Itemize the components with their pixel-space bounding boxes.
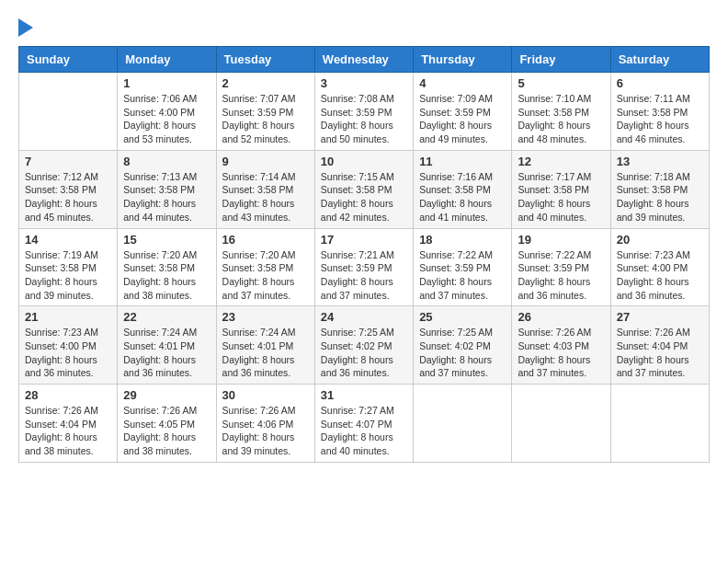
calendar-day-cell: 4Sunrise: 7:09 AMSunset: 3:59 PMDaylight… <box>414 73 512 151</box>
calendar-day-cell: 24Sunrise: 7:25 AMSunset: 4:02 PMDayligh… <box>314 306 413 385</box>
calendar-day-cell: 19Sunrise: 7:22 AMSunset: 3:59 PMDayligh… <box>512 228 610 306</box>
calendar-day-cell: 30Sunrise: 7:26 AMSunset: 4:06 PMDayligh… <box>216 385 314 463</box>
calendar-week-row: 1Sunrise: 7:06 AMSunset: 4:00 PMDaylight… <box>19 73 710 151</box>
day-number: 22 <box>123 310 210 324</box>
day-info: Sunrise: 7:09 AMSunset: 3:59 PMDaylight:… <box>419 92 506 146</box>
calendar-day-header: Thursday <box>414 47 512 73</box>
calendar-day-header: Monday <box>118 47 216 73</box>
day-number: 1 <box>123 76 210 90</box>
calendar-day-cell: 13Sunrise: 7:18 AMSunset: 3:58 PMDayligh… <box>610 150 709 228</box>
day-info: Sunrise: 7:19 AMSunset: 3:58 PMDaylight:… <box>25 248 111 303</box>
day-info: Sunrise: 7:27 AMSunset: 4:07 PMDaylight:… <box>321 404 407 458</box>
calendar-day-cell: 22Sunrise: 7:24 AMSunset: 4:01 PMDayligh… <box>118 306 216 385</box>
calendar-day-cell: 10Sunrise: 7:15 AMSunset: 3:58 PMDayligh… <box>314 150 413 228</box>
day-number: 11 <box>419 155 506 168</box>
day-number: 16 <box>222 233 309 247</box>
day-info: Sunrise: 7:22 AMSunset: 3:59 PMDaylight:… <box>419 248 506 303</box>
day-info: Sunrise: 7:25 AMSunset: 4:02 PMDaylight:… <box>321 326 407 380</box>
calendar-day-cell: 23Sunrise: 7:24 AMSunset: 4:01 PMDayligh… <box>216 306 314 385</box>
day-info: Sunrise: 7:23 AMSunset: 4:00 PMDaylight:… <box>25 326 111 380</box>
day-number: 13 <box>617 155 703 168</box>
day-number: 18 <box>419 233 506 247</box>
day-info: Sunrise: 7:26 AMSunset: 4:05 PMDaylight:… <box>123 404 210 458</box>
calendar-day-header: Wednesday <box>314 47 413 73</box>
calendar-day-cell: 26Sunrise: 7:26 AMSunset: 4:03 PMDayligh… <box>512 306 610 385</box>
calendar-day-cell: 25Sunrise: 7:25 AMSunset: 4:02 PMDayligh… <box>414 306 512 385</box>
calendar-day-cell: 16Sunrise: 7:20 AMSunset: 3:58 PMDayligh… <box>216 228 314 306</box>
calendar-day-cell: 12Sunrise: 7:17 AMSunset: 3:58 PMDayligh… <box>512 150 610 228</box>
day-number: 21 <box>25 310 111 324</box>
day-number: 27 <box>617 310 703 324</box>
day-number: 31 <box>321 388 407 402</box>
calendar-day-cell: 15Sunrise: 7:20 AMSunset: 3:58 PMDayligh… <box>118 228 216 306</box>
day-number: 28 <box>25 388 111 402</box>
day-info: Sunrise: 7:18 AMSunset: 3:58 PMDaylight:… <box>617 170 703 224</box>
calendar-day-cell: 9Sunrise: 7:14 AMSunset: 3:58 PMDaylight… <box>216 150 314 228</box>
day-number: 15 <box>123 233 210 247</box>
day-number: 14 <box>25 233 111 247</box>
day-number: 24 <box>321 310 407 324</box>
day-number: 5 <box>518 76 604 90</box>
calendar-day-cell <box>512 385 610 463</box>
calendar-day-cell: 3Sunrise: 7:08 AMSunset: 3:59 PMDaylight… <box>314 73 413 151</box>
calendar-day-header: Sunday <box>19 47 118 73</box>
day-info: Sunrise: 7:14 AMSunset: 3:58 PMDaylight:… <box>222 170 309 224</box>
day-number: 29 <box>123 388 210 402</box>
day-number: 9 <box>222 155 309 168</box>
calendar-week-row: 21Sunrise: 7:23 AMSunset: 4:00 PMDayligh… <box>19 306 710 385</box>
day-number: 23 <box>222 310 309 324</box>
day-number: 26 <box>518 310 604 324</box>
day-number: 30 <box>222 388 309 402</box>
day-info: Sunrise: 7:08 AMSunset: 3:59 PMDaylight:… <box>321 92 407 146</box>
day-info: Sunrise: 7:24 AMSunset: 4:01 PMDaylight:… <box>222 326 309 380</box>
calendar-week-row: 28Sunrise: 7:26 AMSunset: 4:04 PMDayligh… <box>19 385 710 463</box>
page-header <box>18 18 710 37</box>
day-info: Sunrise: 7:26 AMSunset: 4:03 PMDaylight:… <box>518 326 604 380</box>
day-number: 8 <box>123 155 210 168</box>
logo-arrow-icon <box>18 18 33 37</box>
day-number: 10 <box>321 155 407 168</box>
calendar-day-header: Saturday <box>610 47 709 73</box>
calendar-table: SundayMondayTuesdayWednesdayThursdayFrid… <box>18 46 710 463</box>
day-info: Sunrise: 7:25 AMSunset: 4:02 PMDaylight:… <box>419 326 506 380</box>
day-info: Sunrise: 7:26 AMSunset: 4:06 PMDaylight:… <box>222 404 309 458</box>
day-info: Sunrise: 7:21 AMSunset: 3:59 PMDaylight:… <box>321 248 407 303</box>
calendar-day-cell <box>610 385 709 463</box>
day-number: 4 <box>419 76 506 90</box>
day-number: 20 <box>617 233 703 247</box>
logo <box>18 18 37 37</box>
day-info: Sunrise: 7:23 AMSunset: 4:00 PMDaylight:… <box>617 248 703 303</box>
calendar-day-cell: 20Sunrise: 7:23 AMSunset: 4:00 PMDayligh… <box>610 228 709 306</box>
day-info: Sunrise: 7:16 AMSunset: 3:58 PMDaylight:… <box>419 170 506 224</box>
day-info: Sunrise: 7:26 AMSunset: 4:04 PMDaylight:… <box>25 404 111 458</box>
calendar-day-cell: 6Sunrise: 7:11 AMSunset: 3:58 PMDaylight… <box>610 73 709 151</box>
calendar-day-cell <box>19 73 118 151</box>
calendar-header-row: SundayMondayTuesdayWednesdayThursdayFrid… <box>19 47 710 73</box>
day-info: Sunrise: 7:26 AMSunset: 4:04 PMDaylight:… <box>617 326 703 380</box>
day-info: Sunrise: 7:24 AMSunset: 4:01 PMDaylight:… <box>123 326 210 380</box>
day-info: Sunrise: 7:17 AMSunset: 3:58 PMDaylight:… <box>518 170 604 224</box>
day-info: Sunrise: 7:06 AMSunset: 4:00 PMDaylight:… <box>123 92 210 146</box>
day-info: Sunrise: 7:22 AMSunset: 3:59 PMDaylight:… <box>518 248 604 303</box>
day-number: 12 <box>518 155 604 168</box>
calendar-day-cell: 28Sunrise: 7:26 AMSunset: 4:04 PMDayligh… <box>19 385 118 463</box>
calendar-day-cell: 11Sunrise: 7:16 AMSunset: 3:58 PMDayligh… <box>414 150 512 228</box>
calendar-day-cell: 1Sunrise: 7:06 AMSunset: 4:00 PMDaylight… <box>118 73 216 151</box>
calendar-week-row: 7Sunrise: 7:12 AMSunset: 3:58 PMDaylight… <box>19 150 710 228</box>
day-number: 7 <box>25 155 111 168</box>
calendar-day-cell: 29Sunrise: 7:26 AMSunset: 4:05 PMDayligh… <box>118 385 216 463</box>
calendar-day-header: Friday <box>512 47 610 73</box>
day-number: 3 <box>321 76 407 90</box>
calendar-day-cell: 18Sunrise: 7:22 AMSunset: 3:59 PMDayligh… <box>414 228 512 306</box>
calendar-day-cell: 5Sunrise: 7:10 AMSunset: 3:58 PMDaylight… <box>512 73 610 151</box>
day-info: Sunrise: 7:10 AMSunset: 3:58 PMDaylight:… <box>518 92 604 146</box>
day-info: Sunrise: 7:20 AMSunset: 3:58 PMDaylight:… <box>123 248 210 303</box>
day-number: 19 <box>518 233 604 247</box>
day-info: Sunrise: 7:07 AMSunset: 3:59 PMDaylight:… <box>222 92 309 146</box>
day-info: Sunrise: 7:13 AMSunset: 3:58 PMDaylight:… <box>123 170 210 224</box>
day-info: Sunrise: 7:12 AMSunset: 3:58 PMDaylight:… <box>25 170 111 224</box>
calendar-day-cell: 17Sunrise: 7:21 AMSunset: 3:59 PMDayligh… <box>314 228 413 306</box>
calendar-day-cell: 21Sunrise: 7:23 AMSunset: 4:00 PMDayligh… <box>19 306 118 385</box>
calendar-day-cell: 27Sunrise: 7:26 AMSunset: 4:04 PMDayligh… <box>610 306 709 385</box>
calendar-day-cell: 8Sunrise: 7:13 AMSunset: 3:58 PMDaylight… <box>118 150 216 228</box>
